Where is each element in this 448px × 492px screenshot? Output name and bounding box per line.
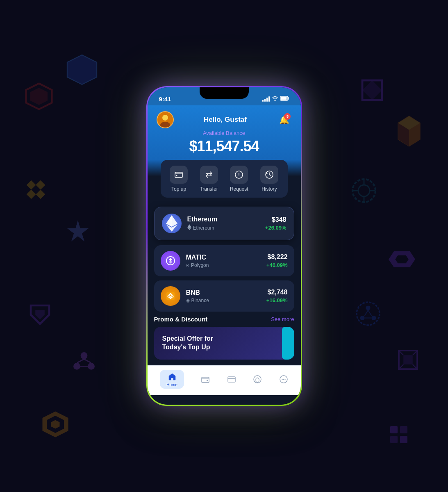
nav-exchange[interactable] <box>253 375 262 384</box>
bnb-values: $2,748 +16.09% <box>266 289 288 303</box>
more-icon <box>279 375 288 384</box>
svg-rect-4 <box>36 180 45 190</box>
phone-notch <box>200 87 249 99</box>
phone-frame: 9:41 <box>146 86 302 406</box>
svg-point-48 <box>239 175 239 176</box>
matic-change: +46.09% <box>266 262 288 268</box>
svg-point-39 <box>162 115 168 121</box>
nav-more[interactable] <box>279 375 288 384</box>
notification-badge: 5 <box>284 113 291 120</box>
svg-line-11 <box>77 359 84 363</box>
exchange-icon <box>253 375 262 384</box>
svg-rect-41 <box>175 172 182 178</box>
matic-name: MATIC <box>186 254 266 261</box>
matic-info: MATIC ∞ Polygon <box>186 254 266 268</box>
request-icon <box>230 166 248 184</box>
header-section: Hello, Gustaf 🔔 5 Available Balance $11,… <box>148 105 301 163</box>
svg-rect-54 <box>228 377 235 382</box>
history-icon <box>260 166 278 184</box>
svg-point-9 <box>73 363 80 370</box>
matic-price: $8,222 <box>266 253 288 261</box>
svg-point-60 <box>284 379 285 380</box>
nav-home[interactable]: Home <box>160 370 184 389</box>
phone-screen: 9:41 <box>148 87 301 405</box>
promo-header: Promo & Discount See more <box>154 316 294 323</box>
promo-card[interactable]: Special Offer forToday's Top Up <box>154 327 294 360</box>
avatar[interactable] <box>157 111 174 128</box>
svg-line-31 <box>413 364 417 369</box>
svg-point-10 <box>88 363 95 370</box>
matic-sub: ∞ Polygon <box>186 262 266 268</box>
promo-accent <box>282 327 294 360</box>
action-transfer[interactable]: Transfer <box>200 166 218 192</box>
bnb-row[interactable]: BNB ◈ Binance $2,748 +16.09% <box>154 280 294 312</box>
svg-rect-53 <box>207 380 208 381</box>
ethereum-price: $348 <box>265 216 287 223</box>
svg-rect-5 <box>27 189 36 199</box>
battery-icon <box>280 95 289 102</box>
ethereum-info: Ethereum Ethereum <box>187 216 265 231</box>
svg-point-24 <box>371 316 376 320</box>
svg-line-25 <box>365 310 368 316</box>
bnb-sub: ◈ Binance <box>186 298 266 303</box>
ethereum-values: $348 +26.09% <box>265 216 287 231</box>
nav-cards[interactable] <box>227 375 236 384</box>
bnb-change: +16.09% <box>266 297 288 303</box>
svg-rect-3 <box>27 180 36 190</box>
svg-point-15 <box>352 179 375 202</box>
notification-button[interactable]: 🔔 5 <box>277 112 291 127</box>
home-icon <box>168 372 177 381</box>
signal-icon <box>262 96 270 102</box>
svg-line-26 <box>368 310 371 316</box>
matic-row[interactable]: MATIC ∞ Polygon $8,222 +46.09% <box>154 245 294 276</box>
svg-rect-6 <box>36 189 45 199</box>
svg-point-58 <box>282 379 282 380</box>
svg-rect-34 <box>390 436 398 443</box>
svg-line-30 <box>399 364 403 369</box>
svg-rect-32 <box>390 426 398 433</box>
svg-point-43 <box>176 175 177 176</box>
action-request[interactable]: Request <box>230 166 248 192</box>
nav-wallet[interactable] <box>201 375 210 384</box>
cards-icon <box>227 375 236 384</box>
quick-actions: Top up Transfer <box>161 160 288 198</box>
balance-label: Available Balance <box>157 130 292 136</box>
bnb-name: BNB <box>186 289 266 296</box>
ethereum-sub-icon <box>187 224 191 231</box>
svg-point-56 <box>254 376 261 383</box>
ethereum-card[interactable]: Ethereum Ethereum $348 <box>154 207 294 240</box>
transfer-icon <box>200 166 218 184</box>
ethereum-sub: Ethereum <box>187 224 265 231</box>
action-history[interactable]: History <box>260 166 278 192</box>
svg-marker-1 <box>30 88 48 105</box>
matic-logo <box>161 251 180 271</box>
status-icons <box>262 95 289 102</box>
topup-icon <box>170 166 188 184</box>
svg-marker-2 <box>67 55 97 84</box>
matic-values: $8,222 +46.09% <box>266 253 288 268</box>
phone-mockup: 9:41 <box>146 86 302 406</box>
svg-line-12 <box>84 359 91 363</box>
svg-rect-37 <box>281 97 287 100</box>
action-topup[interactable]: Top up <box>170 166 188 192</box>
history-label: History <box>262 186 277 192</box>
matic-sub-icon: ∞ <box>186 262 190 268</box>
svg-marker-0 <box>26 84 52 109</box>
header-row: Hello, Gustaf 🔔 5 <box>157 111 292 128</box>
svg-point-59 <box>283 379 284 380</box>
promo-card-text: Special Offer forToday's Top Up <box>162 335 213 352</box>
greeting-text: Hello, Gustaf <box>204 116 247 124</box>
ethereum-change: +26.09% <box>265 225 287 231</box>
svg-point-16 <box>358 185 370 196</box>
svg-point-23 <box>360 316 364 320</box>
svg-line-29 <box>413 351 417 355</box>
svg-line-28 <box>399 351 403 355</box>
see-more-button[interactable]: See more <box>271 316 294 322</box>
svg-point-22 <box>366 305 370 310</box>
topup-label: Top up <box>171 186 186 192</box>
bnb-info: BNB ◈ Binance <box>186 289 266 303</box>
balance-amount: $11,547.54 <box>157 138 292 155</box>
svg-rect-14 <box>362 80 382 100</box>
nav-home-label: Home <box>166 383 177 387</box>
transfer-label: Transfer <box>200 186 218 192</box>
